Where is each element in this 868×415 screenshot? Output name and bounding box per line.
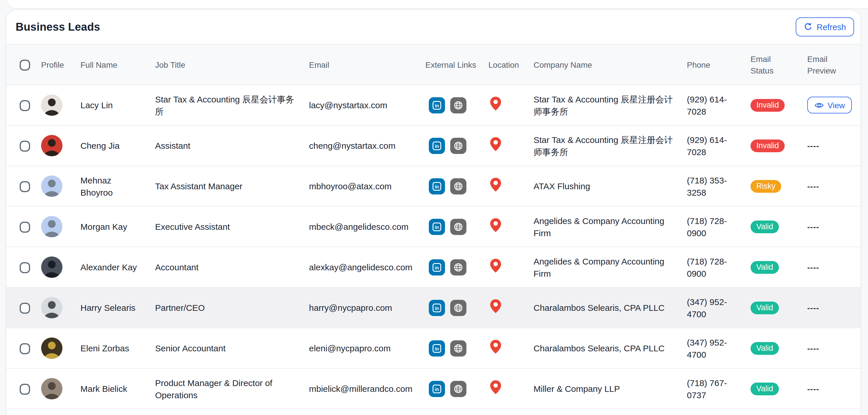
location-pin-icon[interactable]	[490, 380, 501, 394]
email-preview-placeholder: ----	[807, 141, 819, 150]
website-globe-button[interactable]	[450, 381, 466, 397]
top-decoration	[7, 0, 868, 8]
status-badge: Invalid	[750, 99, 785, 112]
eye-icon	[814, 101, 824, 109]
page-title: Business Leads	[16, 21, 100, 33]
website-globe-button[interactable]	[450, 97, 466, 113]
table-row: Mark Bielick Product Manager & Director …	[6, 368, 861, 409]
globe-icon	[454, 384, 463, 393]
select-all-checkbox[interactable]	[20, 60, 30, 70]
row-checkbox[interactable]	[20, 222, 30, 233]
svg-text:in: in	[435, 144, 439, 148]
full-name-cell: Mark Bielick	[73, 368, 149, 409]
linkedin-icon: in	[432, 181, 441, 191]
linkedin-button[interactable]: in	[429, 138, 445, 154]
view-button[interactable]: View	[807, 97, 852, 114]
status-badge: Valid	[750, 342, 779, 355]
linkedin-button[interactable]: in	[429, 218, 445, 235]
status-badge: Valid	[750, 261, 779, 274]
column-header-location: Location	[482, 44, 527, 85]
row-checkbox[interactable]	[20, 263, 30, 273]
status-badge: Valid	[750, 220, 779, 233]
location-pin-icon[interactable]	[490, 178, 501, 191]
job-title-cell: Executive Assistant	[149, 206, 303, 247]
svg-text:in: in	[435, 103, 439, 108]
full-name-cell: Morgan Kay	[73, 206, 149, 247]
refresh-button[interactable]: Refresh	[796, 18, 854, 36]
svg-text:in: in	[435, 184, 439, 189]
avatar	[41, 297, 62, 318]
email-cell: mbhoyroo@atax.com	[303, 166, 422, 206]
phone-cell: (718) 767-0737	[680, 368, 744, 409]
location-pin-icon[interactable]	[490, 299, 501, 313]
column-header-email: Email	[303, 44, 422, 85]
phone-cell: (929) 614-7028	[680, 125, 744, 166]
avatar	[41, 175, 62, 197]
website-globe-button[interactable]	[450, 178, 466, 194]
email-cell: mbielick@millerandco.com	[303, 368, 422, 409]
full-name-cell: Cheng Jia	[73, 125, 149, 166]
full-name-cell: Lacy Lin	[73, 85, 149, 125]
website-globe-button[interactable]	[450, 259, 466, 275]
globe-icon	[454, 100, 463, 110]
avatar	[41, 257, 62, 278]
company-name-cell: Star Tax & Accounting 辰星注册会计师事务所	[527, 125, 680, 166]
email-cell: cheng@nystartax.com	[303, 125, 422, 166]
job-title-cell: Assistant	[149, 125, 303, 166]
phone-cell: (718) 728-0900	[680, 247, 744, 287]
leads-table: Profile Full Name Job Title Email Extern…	[6, 44, 861, 409]
phone-cell: (347) 952-4700	[680, 328, 744, 368]
avatar	[41, 216, 62, 237]
svg-text:in: in	[435, 225, 439, 230]
globe-icon	[454, 141, 463, 150]
linkedin-button[interactable]: in	[429, 299, 445, 316]
refresh-icon	[804, 23, 812, 31]
location-pin-icon[interactable]	[490, 97, 501, 111]
linkedin-icon: in	[432, 141, 441, 150]
company-name-cell: ATAX Flushing	[527, 166, 680, 206]
linkedin-button[interactable]: in	[429, 340, 445, 356]
location-pin-icon[interactable]	[490, 137, 501, 151]
job-title-cell: Partner/CEO	[149, 287, 303, 328]
globe-icon	[454, 263, 463, 272]
table-row: Eleni Zorbas Senior Accountant eleni@nyc…	[6, 328, 861, 368]
email-cell: alexkay@angelidesco.com	[303, 247, 422, 287]
globe-icon	[454, 181, 463, 191]
phone-cell: (718) 728-0900	[680, 206, 744, 247]
status-badge: Risky	[750, 180, 781, 193]
email-preview-placeholder: ----	[807, 303, 819, 312]
row-checkbox[interactable]	[20, 303, 30, 314]
linkedin-icon: in	[432, 222, 441, 231]
email-preview-placeholder: ----	[807, 181, 819, 191]
phone-cell: (347) 952-4700	[680, 287, 744, 328]
table-row: Cheng Jia Assistant cheng@nystartax.com …	[6, 125, 861, 166]
location-pin-icon[interactable]	[490, 218, 501, 232]
avatar	[41, 94, 62, 116]
website-globe-button[interactable]	[450, 138, 466, 154]
linkedin-button[interactable]: in	[429, 259, 445, 275]
full-name-cell: Eleni Zorbas	[73, 328, 149, 368]
linkedin-button[interactable]: in	[429, 97, 445, 113]
row-checkbox[interactable]	[20, 100, 30, 111]
svg-text:in: in	[435, 306, 439, 310]
row-checkbox[interactable]	[20, 141, 30, 152]
website-globe-button[interactable]	[450, 340, 466, 356]
linkedin-button[interactable]: in	[429, 381, 445, 397]
location-pin-icon[interactable]	[490, 259, 501, 273]
row-checkbox[interactable]	[20, 344, 30, 355]
website-globe-button[interactable]	[450, 299, 466, 316]
linkedin-button[interactable]: in	[429, 178, 445, 194]
column-header-email-preview: Email Preview	[800, 44, 861, 85]
company-name-cell: Angelides & Company Accounting Firm	[527, 206, 680, 247]
status-badge: Valid	[750, 383, 779, 395]
website-globe-button[interactable]	[450, 218, 466, 235]
column-header-external-links: External Links	[422, 44, 482, 85]
row-checkbox[interactable]	[20, 384, 30, 395]
job-title-cell: Tax Assistant Manager	[149, 166, 303, 206]
email-preview-placeholder: ----	[807, 344, 819, 353]
email-cell: mbeck@angelidesco.com	[303, 206, 422, 247]
column-header-phone: Phone	[680, 44, 744, 85]
location-pin-icon[interactable]	[490, 340, 501, 354]
row-checkbox[interactable]	[20, 181, 30, 192]
view-button-label: View	[828, 100, 845, 110]
